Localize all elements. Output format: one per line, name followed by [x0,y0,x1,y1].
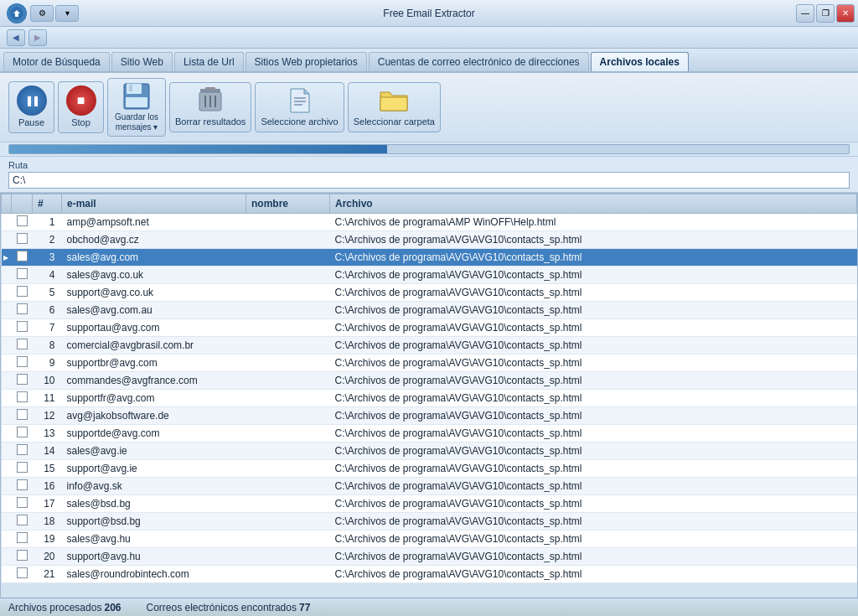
table-row[interactable]: 9supportbr@avg.comC:\Archivos de program… [2,355,857,372]
table-row[interactable]: 7supportau@avg.comC:\Archivos de program… [2,319,857,337]
row-checkbox[interactable] [12,566,33,583]
row-checkbox[interactable] [12,407,33,425]
forward-button[interactable]: ▶ [28,29,47,46]
row-checkbox[interactable] [12,319,33,337]
table-row[interactable]: 21sales@roundrobintech.comC:\Archivos de… [2,566,857,583]
table-row[interactable]: 4sales@avg.co.ukC:\Archivos de programa\… [2,267,857,284]
row-checkbox[interactable] [12,531,33,548]
titlebar-tools-btn[interactable]: ▾ [55,5,79,22]
select-file-button[interactable]: Seleccione archivo [255,82,344,132]
row-checkbox[interactable] [12,478,33,495]
row-checkbox[interactable] [12,214,33,231]
processed-value: 206 [104,602,121,613]
table-row[interactable]: 20support@avg.huC:\Archivos de programa\… [2,548,857,566]
table-row[interactable]: 19sales@avg.huC:\Archivos de programa\AV… [2,531,857,548]
table-row[interactable]: 10commandes@avgfrance.comC:\Archivos de … [2,372,857,390]
table-row[interactable]: 16info@avg.skC:\Archivos de programa\AVG… [2,478,857,495]
delete-button[interactable]: Borrar resultados [169,82,251,132]
col-email[interactable]: e-mail [62,194,246,214]
row-checkbox[interactable] [12,337,33,355]
table-row[interactable]: 15support@avg.ieC:\Archivos de programa\… [2,460,857,478]
stop-button[interactable]: ■ Stop [58,81,104,132]
tab-cuentas[interactable]: Cuentas de correo electrónico de direcci… [369,52,589,71]
table-row[interactable]: ▶3sales@avg.comC:\Archivos de programa\A… [2,249,857,267]
col-num[interactable]: # [33,194,62,214]
tab-sitiosp[interactable]: Sitios Web propietarios [246,52,367,71]
select-file-label: Seleccione archivo [261,116,338,127]
table-row[interactable]: 17sales@bsd.bgC:\Archivos de programa\AV… [2,495,857,513]
pause-button[interactable]: ❚❚ Pause [8,81,54,132]
found-value: 77 [299,602,310,613]
row-checkbox[interactable] [12,390,33,407]
row-archivo: C:\Archivos de programa\AVG\AVG10\contac… [330,566,857,583]
ruta-label: Ruta [8,160,850,170]
row-indicator [2,355,12,372]
row-checkbox[interactable] [12,231,33,249]
row-checkbox[interactable] [12,495,33,513]
row-nombre [246,495,330,513]
tab-archivos[interactable]: Archivos locales [591,52,689,71]
tab-lista[interactable]: Lista de Url [174,52,244,71]
row-checkbox[interactable] [12,355,33,372]
app-icon [7,3,27,23]
table-header-row: # e-mail nombre Archivo [2,194,857,214]
folder-icon [380,86,408,115]
row-email: sales@avg.com [62,249,246,267]
row-checkbox[interactable] [12,267,33,284]
table-row[interactable]: 12avg@jakobsoftware.deC:\Archivos de pro… [2,407,857,425]
row-email: support@avg.hu [62,548,246,566]
col-archivo[interactable]: Archivo [330,194,857,214]
row-archivo: C:\Archivos de programa\AVG\AVG10\contac… [330,495,857,513]
row-archivo: C:\Archivos de programa\AVG\AVG10\contac… [330,460,857,478]
row-checkbox[interactable] [12,460,33,478]
table-row[interactable]: 2obchod@avg.czC:\Archivos de programa\AV… [2,231,857,249]
table-row[interactable]: 8comercial@avgbrasil.com.brC:\Archivos d… [2,337,857,355]
col-nombre[interactable]: nombre [246,194,330,214]
row-num: 8 [33,337,62,355]
row-nombre [246,460,330,478]
trash-icon [196,86,225,115]
restore-button[interactable]: ❐ [816,4,835,23]
row-archivo: C:\Archivos de programa\AVG\AVG10\contac… [330,267,857,284]
select-folder-button[interactable]: Seleccionar carpeta [348,82,441,132]
table-row[interactable]: 18support@bsd.bgC:\Archivos de programa\… [2,513,857,531]
table-row[interactable]: 13supportde@avg.comC:\Archivos de progra… [2,425,857,443]
row-nombre [246,249,330,267]
tab-sitio[interactable]: Sitio Web [111,52,173,71]
ruta-input[interactable] [8,172,850,189]
close-button[interactable]: ✕ [836,4,855,23]
email-table-wrapper[interactable]: # e-mail nombre Archivo 1amp@ampsoft.net… [0,193,858,616]
table-row[interactable]: 5support@avg.co.ukC:\Archivos de program… [2,284,857,302]
table-row[interactable]: 14sales@avg.ieC:\Archivos de programa\AV… [2,443,857,460]
stop-icon: ■ [66,85,96,116]
row-checkbox[interactable] [12,443,33,460]
row-archivo: C:\Archivos de programa\AVG\AVG10\contac… [330,249,857,267]
row-nombre [246,531,330,548]
minimize-button[interactable]: — [796,4,814,23]
row-indicator [2,513,12,531]
row-checkbox[interactable] [12,302,33,319]
row-checkbox[interactable] [12,548,33,566]
save-label: Guardar losmensajes ▾ [115,112,158,132]
row-indicator [2,214,12,231]
row-checkbox[interactable] [12,372,33,390]
row-archivo: C:\Archivos de programa\AVG\AVG10\contac… [330,407,857,425]
svg-rect-4 [126,97,147,107]
table-row[interactable]: 1amp@ampsoft.netC:\Archivos de programa\… [2,214,857,231]
tab-motor[interactable]: Motor de Búsqueda [3,52,110,71]
row-checkbox[interactable] [12,513,33,531]
titlebar-menu-btn[interactable]: ⚙ [30,5,54,22]
row-checkbox[interactable] [12,249,33,267]
table-row[interactable]: 6sales@avg.com.auC:\Archivos de programa… [2,302,857,319]
row-num: 1 [33,214,62,231]
title-bar: ⚙ ▾ Free Email Extractor — ❐ ✕ [0,0,858,27]
row-email: info@avg.sk [62,478,246,495]
back-button[interactable]: ◀ [7,29,25,46]
save-button[interactable]: Guardar losmensajes ▾ [107,78,166,137]
row-checkbox[interactable] [12,425,33,443]
row-num: 19 [33,531,62,548]
row-indicator [2,566,12,583]
row-email: sales@avg.ie [62,443,246,460]
row-checkbox[interactable] [12,284,33,302]
table-row[interactable]: 11supportfr@avg.comC:\Archivos de progra… [2,390,857,407]
